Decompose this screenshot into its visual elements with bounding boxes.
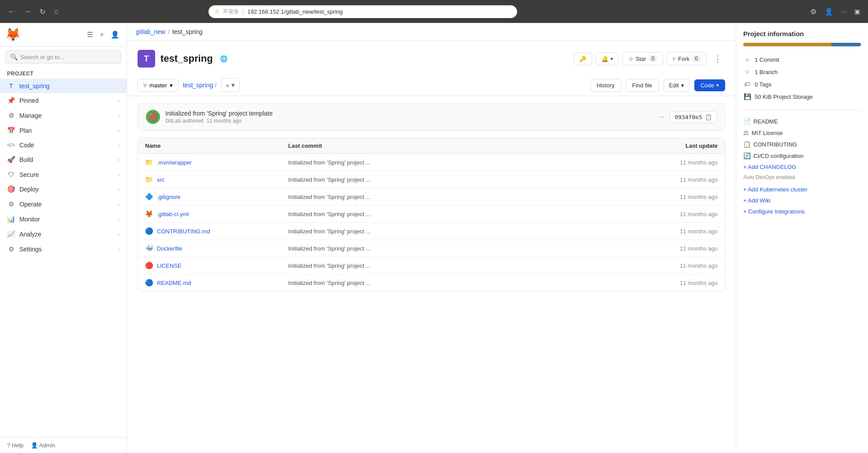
sidebar-item-label-plan: Plan (19, 127, 113, 134)
key-button[interactable]: 🔑 (574, 52, 592, 65)
file-date-readme: 11 months ago (574, 280, 718, 286)
search-icon: 🔍 (10, 53, 18, 60)
sidebar-item-build[interactable]: 🚀 Build › (0, 152, 127, 167)
file-name-gitignore[interactable]: 🔷 .gitignore (145, 193, 288, 201)
pin-icon: 📌 (7, 97, 15, 105)
back-button[interactable]: ← (5, 6, 18, 17)
readme-icon: 🔵 (145, 279, 153, 287)
edit-dropdown-icon: ▾ (681, 82, 684, 89)
address-bar[interactable]: ⚠ 不安全 | 192.168.152.1/gitlab_new/test_sp… (209, 5, 517, 18)
profile-button[interactable]: 👤 (822, 6, 836, 18)
stat-commits[interactable]: ○ 1 Commit (743, 53, 861, 66)
help-link[interactable]: ? Help (7, 442, 24, 449)
home-button[interactable]: ⌂ (52, 6, 61, 17)
file-name-src[interactable]: 📁 src (145, 176, 288, 183)
sidebar-button[interactable]: ▣ (852, 6, 863, 17)
edit-button[interactable]: Edit ▾ (663, 79, 690, 92)
file-name-readme[interactable]: 🔵 README.md (145, 279, 288, 287)
panel-link-readme[interactable]: 📄 README (743, 116, 861, 127)
stat-branches-label: 1 Branch (755, 69, 778, 75)
main-content: gitlab_new / test_spring T test_spring 🌐… (127, 23, 736, 453)
sidebar-item-secure[interactable]: 🛡 Secure › (0, 167, 127, 182)
file-name-dockerfile[interactable]: 🐳 Dockerfile (145, 244, 288, 252)
sidebar-item-label-pinned: Pinned (19, 97, 113, 104)
commit-meta: GitLab authored 11 months ago (165, 118, 653, 124)
lang-segment-other (831, 43, 861, 46)
auto-devops-note: Auto DevOps enabled (743, 172, 861, 184)
configure-integrations-link[interactable]: + Configure Integrations (743, 206, 861, 217)
file-date-gitlab-ci: 11 months ago (574, 211, 718, 217)
sidebar-item-label-settings: Settings (19, 246, 113, 253)
file-name-contributing[interactable]: 🔵 CONTRIBUTING.md (145, 227, 288, 235)
sidebar-item-plan[interactable]: 📅 Plan › (0, 123, 127, 138)
sidebar-top: 🦊 ☰ ＋ 👤 (0, 23, 127, 47)
project-title-area: T test_spring 🌐 (138, 50, 227, 67)
sidebar-item-project[interactable]: T test_spring (0, 79, 127, 93)
commit-more-button[interactable]: ··· (659, 113, 664, 121)
sidebar: 🦊 ☰ ＋ 👤 🔍 Search or go to... Project T t… (0, 23, 127, 453)
branch-selector[interactable]: ⑂ master ▾ (138, 79, 179, 92)
file-commit-dockerfile: Initialized from 'Spring' project ... (288, 245, 575, 252)
right-panel: Project information ○ 1 Commit ⑂ 1 Branc… (736, 23, 868, 453)
panel-link-license-label: MIT License (752, 130, 783, 136)
file-name-gitlab-ci[interactable]: 🦊 .gitlab-ci.yml (145, 210, 288, 218)
file-commit-mvnwrapper: Initialized from 'Spring' project ... (288, 159, 575, 166)
sidebar-item-pinned[interactable]: 📌 Pinned › (0, 93, 127, 108)
file-name-license[interactable]: 🔴 LICENSE (145, 262, 288, 270)
col-commit-header: Last commit (288, 142, 575, 149)
avatar-button[interactable]: 👤 (109, 28, 121, 41)
code-button[interactable]: Code ▾ (694, 79, 725, 91)
breadcrumb-root-link[interactable]: gitlab_new (136, 28, 165, 35)
stat-branches[interactable]: ⑂ 1 Branch (743, 66, 861, 78)
forward-button[interactable]: → (21, 6, 34, 17)
commit-text: Initialized from 'Spring' project templa… (165, 110, 653, 124)
extensions-button[interactable]: ⚙ (808, 6, 819, 18)
file-name-mvnwrapper[interactable]: 📁 .mvn/wrapper (145, 158, 288, 166)
repo-toolbar: ⑂ master ▾ test_spring / + ▾ History Fin… (127, 75, 736, 96)
branch-stat-icon: ⑂ (743, 68, 751, 75)
search-box[interactable]: 🔍 Search or go to... (5, 50, 121, 64)
history-button[interactable]: History (590, 79, 621, 92)
stat-tags[interactable]: 🏷 0 Tags (743, 78, 861, 90)
notifications-button[interactable]: 🔔 ▾ (596, 52, 619, 65)
add-wiki-link[interactable]: + Add Wiki (743, 195, 861, 206)
operate-icon: ⚙ (7, 200, 15, 208)
project-icon: T (7, 82, 15, 90)
sidebar-item-operate[interactable]: ⚙ Operate › (0, 197, 127, 212)
find-file-button[interactable]: Find file (626, 79, 659, 92)
add-kubernetes-link[interactable]: + Add Kubernetes cluster (743, 184, 861, 195)
file-date-mvnwrapper: 11 months ago (574, 159, 718, 166)
edit-label: Edit (669, 82, 679, 89)
sidebar-item-settings[interactable]: ⚙ Settings › (0, 242, 127, 257)
sidebar-item-monitor[interactable]: 📊 Monitor › (0, 212, 127, 227)
commit-hash-text: 0934f0e5 (674, 114, 702, 120)
panel-link-cicd[interactable]: 🔄 CI/CD configuration (743, 150, 861, 161)
sidebar-item-code[interactable]: </> Code › (0, 138, 127, 152)
panel-link-license[interactable]: ⚖ MIT License (743, 127, 861, 139)
file-table-header: Name Last commit Last update (138, 138, 725, 154)
fork-button[interactable]: ⑂ Fork 0 (667, 52, 707, 65)
admin-link[interactable]: 👤 Admin (31, 442, 56, 449)
path-root-link[interactable]: test_spring (183, 82, 213, 89)
file-date-dockerfile: 11 months ago (574, 245, 718, 252)
new-button[interactable]: ＋ (97, 28, 107, 41)
sidebar-item-analyze[interactable]: 📈 Analyze › (0, 227, 127, 242)
sidebar-toggle-button[interactable]: ☰ (85, 28, 95, 41)
sidebar-item-deploy[interactable]: 🎯 Deploy › (0, 182, 127, 197)
panel-link-contributing[interactable]: 📋 CONTRIBUTING (743, 139, 861, 150)
language-bar (743, 43, 861, 46)
add-file-button[interactable]: + ▾ (221, 78, 240, 92)
panel-link-cicd-label: CI/CD configuration (753, 153, 803, 159)
more-button[interactable]: ··· (838, 6, 849, 17)
panel-link-readme-label: README (753, 118, 778, 125)
add-changelog-link[interactable]: + Add CHANGELOG (743, 161, 861, 172)
markdown-icon: 🔵 (145, 227, 153, 235)
sidebar-item-manage[interactable]: ⚙ Manage › (0, 108, 127, 123)
star-button[interactable]: ☆ Star 0 (622, 52, 663, 65)
panel-divider (743, 110, 861, 110)
breadcrumb-separator: / (168, 28, 170, 35)
commit-hash-button[interactable]: 0934f0e5 📋 (670, 111, 717, 123)
refresh-button[interactable]: ↻ (37, 6, 48, 18)
more-actions-button[interactable]: ⋮ (710, 52, 725, 65)
security-label: 不安全 (223, 8, 239, 15)
